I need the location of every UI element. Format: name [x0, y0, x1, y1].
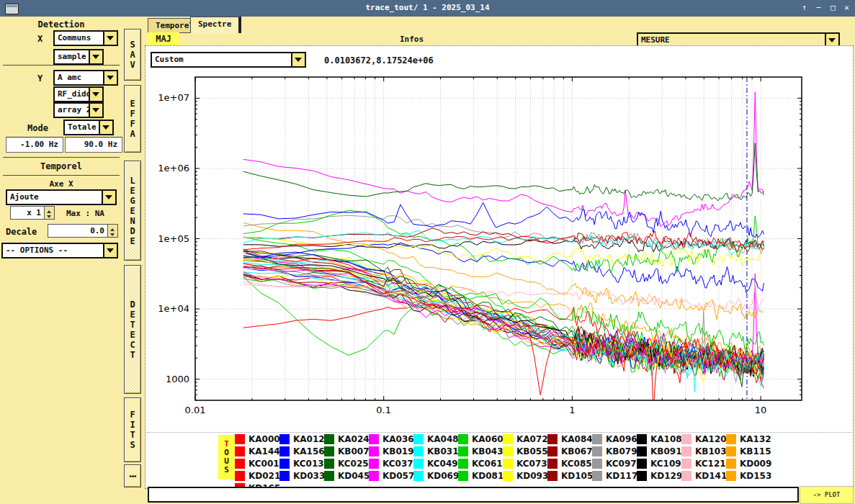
title-bar[interactable]: trace_tout/ 1 - 2025_03_14 ↑ − □ ✕ — [0, 0, 855, 17]
legend-color-chip[interactable] — [503, 471, 513, 481]
decale-stepper[interactable]: 0.0 — [48, 224, 118, 238]
legend-color-chip[interactable] — [637, 446, 647, 456]
legend-color-chip[interactable] — [324, 434, 334, 444]
legend-color-chip[interactable] — [726, 434, 736, 444]
legend-entry-label[interactable]: KC025 — [338, 459, 369, 469]
legend-color-chip[interactable] — [369, 434, 379, 444]
legend-entry-label[interactable]: KC109 — [650, 459, 681, 469]
side-tab-fits[interactable]: FITS — [124, 397, 141, 462]
close-button[interactable]: ✕ — [841, 2, 853, 14]
legend-color-chip[interactable] — [503, 459, 513, 469]
legend-color-chip[interactable] — [637, 434, 647, 444]
tab-spectre[interactable]: Spectre — [190, 17, 241, 33]
legend-color-chip[interactable] — [681, 434, 691, 444]
legend-color-chip[interactable] — [413, 459, 424, 469]
maximize-button[interactable]: □ — [827, 2, 839, 14]
plot-button[interactable]: -> PLOT — [800, 486, 854, 504]
legend-entry-label[interactable]: KC013 — [293, 459, 324, 469]
legend-color-chip[interactable] — [547, 434, 558, 444]
legend-color-chip[interactable] — [503, 434, 513, 444]
legend-entry-label[interactable]: KA096 — [606, 434, 637, 444]
legend-color-chip[interactable] — [681, 446, 691, 456]
legend-entry-label[interactable]: KA120 — [695, 434, 727, 444]
command-input[interactable] — [148, 487, 799, 503]
legend-entry-label[interactable]: KD081 — [472, 471, 503, 481]
legend-entry-label[interactable]: KB103 — [695, 446, 727, 456]
stepper-arrows-icon[interactable] — [107, 225, 117, 237]
legend-color-chip[interactable] — [547, 471, 558, 481]
legend-entry-label[interactable]: KA072 — [516, 434, 548, 444]
legend-color-chip[interactable] — [235, 471, 245, 481]
legend-color-chip[interactable] — [458, 459, 468, 469]
legend-entry-label[interactable]: KC073 — [516, 459, 547, 469]
legend-color-chip[interactable] — [369, 459, 379, 469]
legend-entry-label[interactable]: KD033 — [293, 471, 325, 481]
side-tab-effa[interactable]: EFFA — [124, 85, 141, 153]
x-source-combo[interactable]: Communs — [53, 30, 118, 46]
legend-color-chip[interactable] — [592, 446, 602, 456]
axe-x-combo[interactable]: Ajoute — [6, 189, 117, 205]
legend-entry-label[interactable]: KA156 — [293, 446, 325, 456]
options-combo[interactable]: -- OPTIONS -- — [1, 243, 118, 258]
legend-entry-label[interactable]: KC049 — [427, 459, 458, 469]
legend-color-chip[interactable] — [413, 446, 424, 456]
legend-entry-label[interactable]: KD021 — [249, 471, 280, 481]
legend-color-chip[interactable] — [235, 434, 245, 444]
legend-color-chip[interactable] — [637, 471, 647, 481]
legend-entry-label[interactable]: KC061 — [472, 459, 503, 469]
legend-entry-label[interactable]: KB115 — [740, 446, 771, 456]
legend-entry-label[interactable]: KA132 — [740, 434, 771, 444]
legend-color-chip[interactable] — [681, 471, 691, 481]
legend-color-chip[interactable] — [279, 459, 290, 469]
shade-window-button[interactable]: ↑ — [798, 2, 810, 14]
legend-entry-label[interactable]: KB091 — [650, 446, 682, 456]
legend-entry-label[interactable]: KB019 — [382, 446, 414, 456]
legend-entry-label[interactable]: KA000 — [249, 434, 280, 444]
side-tab-detect[interactable]: DETECT — [124, 265, 141, 394]
legend-entry-label[interactable]: KD141 — [695, 471, 727, 481]
legend-entry-label[interactable]: KA024 — [338, 434, 370, 444]
stepper-arrows-icon[interactable] — [44, 207, 54, 219]
legend-entry-label[interactable]: KA048 — [427, 434, 459, 444]
legend-color-chip[interactable] — [681, 459, 691, 469]
legend-color-chip[interactable] — [458, 434, 468, 444]
legend-color-chip[interactable] — [413, 471, 424, 481]
legend-color-chip[interactable] — [369, 471, 379, 481]
freq-max-field[interactable]: 90.0 Hz — [65, 137, 122, 153]
legend-entry-label[interactable]: KC001 — [249, 459, 279, 469]
legend-entry-label[interactable]: KA084 — [561, 434, 593, 444]
legend-entry-label[interactable]: KB007 — [338, 446, 370, 456]
legend-color-chip[interactable] — [458, 471, 468, 481]
y-array-combo[interactable]: array 2 — [53, 102, 104, 118]
legend-entry-label[interactable]: KB067 — [561, 446, 593, 456]
legend-entry-label[interactable]: KB079 — [606, 446, 637, 456]
legend-entry-label[interactable]: KD045 — [338, 471, 370, 481]
legend-color-chip[interactable] — [324, 471, 334, 481]
scale-stepper[interactable]: x 1 — [10, 206, 55, 220]
legend-color-chip[interactable] — [726, 446, 736, 456]
legend-color-chip[interactable] — [324, 459, 334, 469]
legend-entry-label[interactable]: KA036 — [382, 434, 414, 444]
legend-entry-label[interactable]: KC037 — [382, 459, 413, 469]
maj-button[interactable]: MAJ — [148, 32, 179, 47]
legend-color-chip[interactable] — [592, 434, 602, 444]
legend-entry-label[interactable]: KA108 — [650, 434, 682, 444]
legend-color-chip[interactable] — [324, 446, 334, 456]
tous-button[interactable]: TOUS — [218, 435, 235, 480]
collapse-arrows-icon[interactable]: ▶◆◀ — [124, 464, 141, 487]
range-combo[interactable]: Custom — [151, 52, 306, 68]
legend-color-chip[interactable] — [637, 459, 647, 469]
legend-color-chip[interactable] — [547, 459, 558, 469]
legend-color-chip[interactable] — [279, 446, 290, 456]
legend-color-chip[interactable] — [503, 446, 513, 456]
y-source-combo[interactable]: A amc — [53, 70, 118, 86]
legend-entry-label[interactable]: KD129 — [650, 471, 682, 481]
legend-entry-label[interactable]: KD117 — [606, 471, 637, 481]
legend-entry-label[interactable]: KD057 — [382, 471, 414, 481]
legend-entry-label[interactable]: KC097 — [606, 459, 637, 469]
legend-color-chip[interactable] — [279, 471, 290, 481]
legend-entry-label[interactable]: KB031 — [427, 446, 459, 456]
legend-entry-label[interactable]: KD153 — [740, 471, 771, 481]
legend-entry-label[interactable]: KC085 — [561, 459, 592, 469]
mode-combo[interactable]: Totale — [63, 120, 114, 135]
